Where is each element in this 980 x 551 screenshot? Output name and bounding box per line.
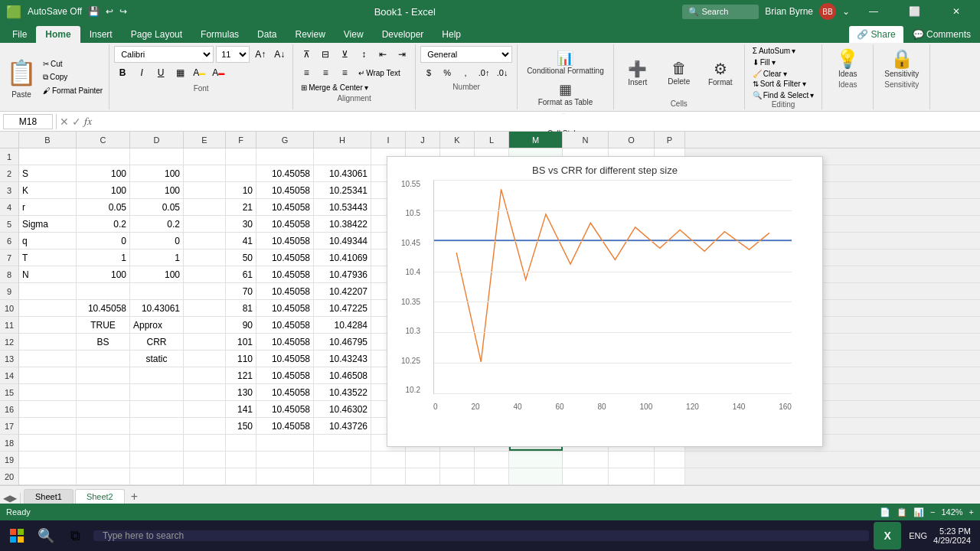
cell-e4[interactable] bbox=[184, 199, 226, 215]
maximize-button[interactable]: ⬜ bbox=[897, 0, 933, 23]
indent-increase-button[interactable]: ⇥ bbox=[394, 46, 410, 63]
cell-d19[interactable] bbox=[130, 452, 184, 468]
cell-h13[interactable]: 10.43243 bbox=[314, 350, 371, 367]
cell-f1[interactable] bbox=[226, 148, 256, 165]
row-num-1[interactable]: 1 bbox=[0, 148, 18, 165]
row-num-11[interactable]: 11 bbox=[0, 317, 18, 334]
cell-d4[interactable]: 0.05 bbox=[130, 199, 184, 215]
align-right-button[interactable]: ≡ bbox=[336, 64, 353, 81]
redo-icon[interactable]: ↪ bbox=[119, 6, 127, 17]
row-num-7[interactable]: 7 bbox=[0, 249, 18, 266]
font-family-select[interactable]: Calibri bbox=[114, 46, 214, 63]
cell-h14[interactable]: 10.46508 bbox=[314, 367, 371, 383]
cell-c17[interactable] bbox=[77, 418, 130, 434]
row-num-12[interactable]: 12 bbox=[0, 334, 18, 350]
cell-e13[interactable] bbox=[184, 350, 226, 367]
cell-e9[interactable] bbox=[184, 283, 226, 299]
col-header-g[interactable]: G bbox=[256, 132, 314, 148]
comma-button[interactable]: , bbox=[457, 64, 474, 81]
align-top-button[interactable]: ⊼ bbox=[298, 46, 315, 63]
cell-d6[interactable]: 0 bbox=[130, 233, 184, 249]
tab-developer[interactable]: Developer bbox=[373, 26, 433, 43]
ideas-button[interactable]: 💡 Ideas bbox=[828, 46, 867, 80]
cell-f2[interactable] bbox=[226, 165, 256, 181]
row-num-14[interactable]: 14 bbox=[0, 367, 18, 384]
zoom-out-icon[interactable]: − bbox=[930, 507, 935, 517]
col-header-j[interactable]: J bbox=[406, 132, 440, 148]
cell-f15[interactable]: 130 bbox=[226, 384, 256, 400]
cell-g14[interactable]: 10.45058 bbox=[256, 367, 314, 383]
cell-c16[interactable] bbox=[77, 401, 130, 417]
cell-i19[interactable] bbox=[371, 452, 406, 468]
cell-e15[interactable] bbox=[184, 384, 226, 400]
insert-button[interactable]: ➕ Insert bbox=[619, 57, 657, 89]
cell-e5[interactable] bbox=[184, 216, 226, 232]
tab-home[interactable]: Home bbox=[36, 26, 80, 43]
row-num-20[interactable]: 20 bbox=[0, 468, 18, 485]
search-box[interactable]: 🔍 Search bbox=[682, 5, 759, 19]
col-header-k[interactable]: K bbox=[440, 132, 475, 148]
cell-h7[interactable]: 10.41069 bbox=[314, 249, 371, 266]
cell-h2[interactable]: 10.43061 bbox=[314, 165, 371, 181]
cell-b15[interactable] bbox=[19, 384, 77, 400]
row-num-16[interactable]: 16 bbox=[0, 401, 18, 418]
cell-m20[interactable] bbox=[509, 468, 563, 484]
cell-n20[interactable] bbox=[563, 468, 609, 484]
close-button[interactable]: ✕ bbox=[939, 0, 974, 23]
tab-page-layout[interactable]: Page Layout bbox=[122, 26, 191, 43]
cell-g7[interactable]: 10.45058 bbox=[256, 249, 314, 266]
cell-m19[interactable] bbox=[509, 452, 563, 468]
cell-d17[interactable] bbox=[130, 418, 184, 434]
cell-d7[interactable]: 1 bbox=[130, 249, 184, 266]
cell-h10[interactable]: 10.47225 bbox=[314, 300, 371, 316]
cell-f18[interactable] bbox=[226, 435, 256, 451]
cell-b5[interactable]: Sigma bbox=[19, 216, 77, 232]
cell-h16[interactable]: 10.46302 bbox=[314, 401, 371, 417]
align-left-button[interactable]: ≡ bbox=[298, 64, 315, 81]
fill-color-button[interactable]: A▬ bbox=[191, 64, 207, 81]
cell-f3[interactable]: 10 bbox=[226, 182, 256, 198]
tab-formulas[interactable]: Formulas bbox=[191, 26, 248, 43]
cell-p19[interactable] bbox=[655, 452, 685, 468]
cell-n19[interactable] bbox=[563, 452, 609, 468]
cell-j20[interactable] bbox=[406, 468, 440, 484]
wrap-text-button[interactable]: ↵ Wrap Text bbox=[355, 68, 403, 78]
minimize-button[interactable]: — bbox=[856, 0, 891, 23]
row-num-10[interactable]: 10 bbox=[0, 300, 18, 317]
comments-button[interactable]: 💬 Comments bbox=[903, 26, 980, 43]
cell-g16[interactable]: 10.45058 bbox=[256, 401, 314, 417]
cell-g19[interactable] bbox=[256, 452, 314, 468]
cell-c13[interactable] bbox=[77, 350, 130, 367]
cell-i20[interactable] bbox=[371, 468, 406, 484]
sheet-scroll-right[interactable]: ▶ bbox=[10, 493, 17, 504]
cell-g2[interactable]: 10.45058 bbox=[256, 165, 314, 181]
cell-h18[interactable] bbox=[314, 435, 371, 451]
increase-font-button[interactable]: A↑ bbox=[252, 46, 269, 63]
cell-e20[interactable] bbox=[184, 468, 226, 484]
col-header-p[interactable]: P bbox=[655, 132, 685, 148]
taskbar-search-box[interactable]: Type here to search bbox=[93, 530, 869, 541]
col-header-d[interactable]: D bbox=[130, 132, 184, 148]
cell-f10[interactable]: 81 bbox=[226, 300, 256, 316]
insert-function-icon[interactable]: 𝑓𝑥 bbox=[84, 115, 92, 128]
cell-h9[interactable]: 10.42207 bbox=[314, 283, 371, 299]
cell-f13[interactable]: 110 bbox=[226, 350, 256, 367]
conditional-formatting-button[interactable]: 📊 Conditional Formatting bbox=[522, 47, 609, 77]
cell-e12[interactable] bbox=[184, 334, 226, 350]
cell-g5[interactable]: 10.45058 bbox=[256, 216, 314, 232]
cell-e3[interactable] bbox=[184, 182, 226, 198]
cell-h17[interactable]: 10.43726 bbox=[314, 418, 371, 434]
col-header-m[interactable]: M bbox=[509, 132, 563, 148]
cell-c9[interactable] bbox=[77, 283, 130, 299]
taskbar-excel[interactable]: X bbox=[874, 522, 901, 549]
add-sheet-button[interactable]: + bbox=[126, 490, 142, 504]
cell-d5[interactable]: 0.2 bbox=[130, 216, 184, 232]
row-num-3[interactable]: 3 bbox=[0, 182, 18, 199]
tab-review[interactable]: Review bbox=[286, 26, 334, 43]
cell-f4[interactable]: 21 bbox=[226, 199, 256, 215]
cell-c12[interactable]: BS bbox=[77, 334, 130, 350]
cell-e19[interactable] bbox=[184, 452, 226, 468]
cell-f8[interactable]: 61 bbox=[226, 266, 256, 282]
cell-d3[interactable]: 100 bbox=[130, 182, 184, 198]
view-normal-icon[interactable]: 📄 bbox=[880, 507, 890, 517]
